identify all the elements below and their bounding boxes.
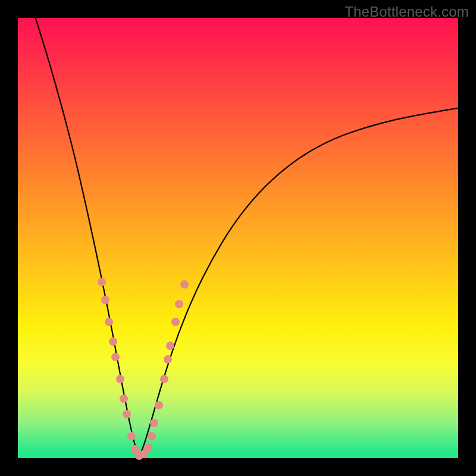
data-point [127,432,136,440]
data-point [120,394,128,403]
plot-area [18,18,458,458]
data-point [164,355,172,364]
left-curve [36,18,139,458]
data-point [144,443,152,452]
data-point [98,278,106,286]
data-point [175,300,183,308]
data-point [109,337,117,346]
watermark-text: TheBottleneck.com [345,4,469,20]
data-point [123,410,131,418]
curve-svg [18,18,458,458]
data-point [101,296,109,304]
data-point [160,375,168,383]
data-point [111,353,120,361]
data-point [105,318,113,326]
data-point [180,280,189,289]
data-point [150,419,158,427]
data-point [166,342,174,350]
data-point [171,318,180,326]
chart-frame: TheBottleneck.com [0,0,476,476]
data-point [155,401,163,409]
data-point [116,375,124,383]
data-point [148,432,156,440]
